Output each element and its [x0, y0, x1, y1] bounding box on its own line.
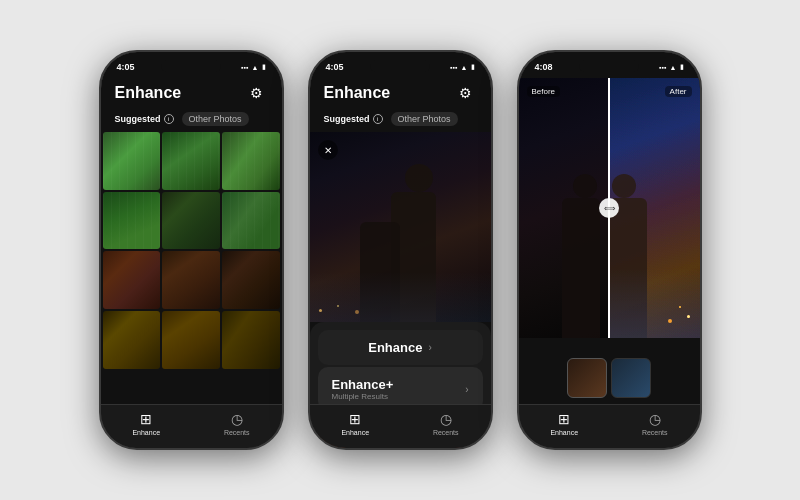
photo-cell-7[interactable]: [103, 251, 161, 309]
nav-recents-label-3: Recents: [642, 429, 668, 436]
enhance-plus-label: Enhance+: [332, 377, 394, 392]
app-title-1: Enhance: [115, 84, 182, 102]
enhance-plus-info: Enhance+ Multiple Results: [332, 377, 394, 401]
recents-nav-icon-1: ◷: [231, 411, 243, 427]
wifi-icon-3: ▲: [670, 64, 677, 71]
recents-nav-icon-3: ◷: [649, 411, 661, 427]
ba-after-panel: [609, 78, 700, 338]
dynamic-island-2: [370, 60, 430, 72]
close-preview-btn[interactable]: ✕: [318, 140, 338, 160]
preview-photo-2: ✕: [310, 132, 491, 322]
tab-row-2: Suggested i Other Photos: [310, 110, 491, 132]
ba-handle[interactable]: ⟺: [599, 198, 619, 218]
battery-icon-3: ▮: [680, 63, 684, 71]
nav-recents-label-2: Recents: [433, 429, 459, 436]
dynamic-island-1: [161, 60, 221, 72]
app-header-1: Enhance ⚙: [101, 78, 282, 110]
enhance-nav-icon-1: ⊞: [140, 411, 152, 427]
ba-label-after: After: [665, 86, 692, 97]
enhance-nav-icon-3: ⊞: [558, 411, 570, 427]
phone-1: 4:05 ▪▪▪ ▲ ▮ Enhance ⚙ Suggested i Other…: [99, 50, 284, 450]
phone-3: 4:08 ▪▪▪ ▲ ▮ ✕ Enhance Base ↓: [517, 50, 702, 450]
tab-other-1[interactable]: Other Photos: [182, 112, 249, 126]
wifi-icon-2: ▲: [461, 64, 468, 71]
ba-before-panel: [519, 78, 610, 338]
photo-cell-8[interactable]: [162, 251, 220, 309]
thumb-after[interactable]: [611, 358, 651, 398]
enhance-btn[interactable]: Enhance ›: [318, 330, 483, 365]
bottom-nav-2: ⊞ Enhance ◷ Recents: [310, 404, 491, 448]
nav-enhance-3[interactable]: ⊞ Enhance: [550, 411, 578, 436]
signal-icon-3: ▪▪▪: [659, 64, 666, 71]
signal-icon: ▪▪▪: [241, 64, 248, 71]
time-1: 4:05: [117, 62, 135, 72]
nav-enhance-2[interactable]: ⊞ Enhance: [341, 411, 369, 436]
wifi-icon: ▲: [252, 64, 259, 71]
photo-cell-3[interactable]: [222, 132, 280, 190]
tab-suggested-2[interactable]: Suggested i: [324, 114, 383, 124]
photo-grid-1: [101, 132, 282, 369]
tab-other-2[interactable]: Other Photos: [391, 112, 458, 126]
phone-2-screen: 4:05 ▪▪▪ ▲ ▮ Enhance ⚙ Suggested i Other…: [310, 52, 491, 448]
nav-recents-2[interactable]: ◷ Recents: [433, 411, 459, 436]
nav-recents-label-1: Recents: [224, 429, 250, 436]
phone-1-screen: 4:05 ▪▪▪ ▲ ▮ Enhance ⚙ Suggested i Other…: [101, 52, 282, 448]
photo-cell-6[interactable]: [222, 192, 280, 250]
ba-image: ⟺ Before After: [519, 78, 700, 338]
time-3: 4:08: [535, 62, 553, 72]
before-after-container: ⟺ Before After: [519, 78, 700, 338]
app-title-2: Enhance: [324, 84, 391, 102]
nav-enhance-label-3: Enhance: [550, 429, 578, 436]
signal-icon-2: ▪▪▪: [450, 64, 457, 71]
phone-3-screen: 4:08 ▪▪▪ ▲ ▮ ✕ Enhance Base ↓: [519, 52, 700, 448]
enhance-plus-sub: Multiple Results: [332, 392, 394, 401]
info-icon-2: i: [373, 114, 383, 124]
tab-suggested-1[interactable]: Suggested i: [115, 114, 174, 124]
nav-recents-3[interactable]: ◷ Recents: [642, 411, 668, 436]
time-2: 4:05: [326, 62, 344, 72]
app-header-2: Enhance ⚙: [310, 78, 491, 110]
enhance-btn-label: Enhance: [368, 340, 422, 355]
nav-enhance-1[interactable]: ⊞ Enhance: [132, 411, 160, 436]
dynamic-island-3: [579, 60, 639, 72]
p3-thumbnails: [519, 352, 700, 404]
status-icons-3: ▪▪▪ ▲ ▮: [659, 63, 683, 71]
enhance-plus-chevron: ›: [465, 384, 468, 395]
settings-icon-2[interactable]: ⚙: [455, 82, 477, 104]
photo-cell-10[interactable]: [103, 311, 161, 369]
battery-icon-2: ▮: [471, 63, 475, 71]
phone-2: 4:05 ▪▪▪ ▲ ▮ Enhance ⚙ Suggested i Other…: [308, 50, 493, 450]
status-icons-1: ▪▪▪ ▲ ▮: [241, 63, 265, 71]
recents-nav-icon-2: ◷: [440, 411, 452, 427]
ba-label-before: Before: [527, 86, 561, 97]
photo-cell-1[interactable]: [103, 132, 161, 190]
photo-cell-5[interactable]: [162, 192, 220, 250]
battery-icon: ▮: [262, 63, 266, 71]
status-icons-2: ▪▪▪ ▲ ▮: [450, 63, 474, 71]
thumb-before[interactable]: [567, 358, 607, 398]
enhance-chevron: ›: [428, 342, 431, 353]
settings-icon-1[interactable]: ⚙: [246, 82, 268, 104]
enhance-nav-icon-2: ⊞: [349, 411, 361, 427]
photo-cell-12[interactable]: [222, 311, 280, 369]
nav-enhance-label-1: Enhance: [132, 429, 160, 436]
photo-cell-4[interactable]: [103, 192, 161, 250]
tab-row-1: Suggested i Other Photos: [101, 110, 282, 132]
photo-cell-11[interactable]: [162, 311, 220, 369]
bottom-nav-1: ⊞ Enhance ◷ Recents: [101, 404, 282, 448]
bottom-nav-3: ⊞ Enhance ◷ Recents: [519, 404, 700, 448]
nav-recents-1[interactable]: ◷ Recents: [224, 411, 250, 436]
info-icon-1: i: [164, 114, 174, 124]
nav-enhance-label-2: Enhance: [341, 429, 369, 436]
photo-cell-9[interactable]: [222, 251, 280, 309]
photo-cell-2[interactable]: [162, 132, 220, 190]
